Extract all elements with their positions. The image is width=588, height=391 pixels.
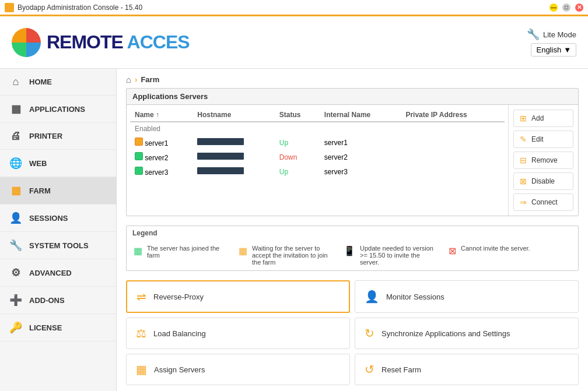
load-balancing-label: Load Balancing [153, 329, 206, 338]
server3-status: Up [275, 164, 320, 179]
synchronize-tile[interactable]: ↻ Synchronize Applications and Settings [355, 318, 579, 349]
disable-button[interactable]: ⊠ Disable [513, 172, 573, 190]
col-name: Name ↑ [130, 108, 192, 122]
sidebar-icon-applications: ▦ [9, 103, 22, 115]
sidebar-label-system-tools: SYSTEM TOOLS [29, 241, 89, 250]
app-icon [5, 3, 14, 12]
close-button[interactable]: ✕ [575, 3, 583, 12]
load-balancing-tile[interactable]: ⚖ Load Balancing [126, 318, 350, 349]
server3-status-icon [135, 167, 143, 175]
disable-label: Disable [531, 177, 555, 185]
sidebar: ⌂HOME▦APPLICATIONS🖨PRINTER🌐WEB▦FARM👤SESS… [0, 69, 117, 391]
sidebar-item-web[interactable]: 🌐WEB [0, 150, 116, 177]
server2-status-icon [135, 152, 143, 160]
logo: REMOTE ACCES [12, 28, 190, 57]
server-table: Name ↑ Hostname Status Internal Name Pri… [130, 108, 505, 179]
col-status: Status [275, 108, 320, 122]
sidebar-item-license[interactable]: 🔑LICENSE [0, 314, 116, 341]
sidebar-item-farm[interactable]: ▦FARM [0, 177, 116, 205]
assign-servers-icon: ▦ [136, 362, 147, 376]
server3-internal: server3 [320, 164, 401, 179]
breadcrumb-separator: › [135, 75, 137, 84]
legend-update-text: Update needed to version >= 15.50 to inv… [360, 245, 437, 266]
sidebar-item-advanced[interactable]: ⚙ADVANCED [0, 259, 116, 287]
add-icon: ⊞ [520, 114, 527, 123]
window-controls[interactable]: — □ ✕ [550, 3, 583, 12]
chevron-down-icon: ▼ [564, 45, 571, 54]
language-value: English [536, 45, 561, 54]
enabled-label: Enabled [130, 122, 505, 135]
sidebar-item-system-tools[interactable]: 🔧SYSTEM TOOLS [0, 232, 116, 259]
lite-mode-label: Lite Mode [543, 30, 576, 39]
sidebar-label-farm: FARM [29, 186, 51, 195]
lite-mode-button[interactable]: 🔧 Lite Mode [527, 28, 576, 41]
connect-label: Connect [531, 198, 558, 206]
server1-status: Up [275, 135, 320, 150]
add-button[interactable]: ⊞ Add [513, 110, 573, 127]
reverse-proxy-tile[interactable]: ⇌ Reverse-Proxy [126, 280, 350, 313]
farm-content: Applications Servers Name ↑ Hostname Sta… [117, 88, 588, 391]
sidebar-icon-add-ons: ➕ [9, 294, 22, 307]
remove-button[interactable]: ⊟ Remove [513, 152, 573, 169]
legend-waiting-icon: ▦ [239, 245, 247, 256]
sidebar-item-sessions[interactable]: 👤SESSIONS [0, 205, 116, 232]
sidebar-label-printer: PRINTER [29, 132, 62, 140]
sidebar-icon-sessions: 👤 [9, 212, 22, 224]
col-hostname: Hostname [192, 108, 274, 122]
sidebar-label-add-ons: ADD-ONS [29, 296, 65, 305]
add-label: Add [531, 114, 544, 122]
server2-ip [401, 150, 505, 164]
monitor-sessions-label: Monitor Sessions [386, 293, 444, 301]
logo-acces: ACCES [123, 31, 190, 52]
server1-internal: server1 [320, 135, 401, 150]
connect-button[interactable]: ⇒ Connect [513, 193, 573, 211]
server3-hostname [192, 164, 274, 179]
title-bar: Byodapp Administration Console - 15.40 —… [0, 0, 588, 16]
applications-servers-panel: Applications Servers Name ↑ Hostname Sta… [126, 88, 579, 216]
assign-servers-tile[interactable]: ▦ Assign Servers [126, 354, 350, 385]
sidebar-label-license: LICENSE [29, 323, 62, 332]
reset-farm-tile[interactable]: ↺ Reset Farm [355, 354, 579, 385]
server3-name: server3 [130, 164, 192, 179]
server3-ip [401, 164, 505, 179]
table-row[interactable]: server3 Up server3 [130, 164, 505, 179]
home-breadcrumb-icon[interactable]: ⌂ [126, 75, 131, 84]
language-selector[interactable]: English ▼ [531, 43, 576, 57]
monitor-sessions-tile[interactable]: 👤 Monitor Sessions [355, 280, 579, 313]
server2-internal: server2 [320, 150, 401, 164]
title-bar-left: Byodapp Administration Console - 15.40 [5, 3, 142, 12]
sidebar-icon-license: 🔑 [9, 321, 22, 334]
sidebar-icon-farm: ▦ [9, 184, 22, 197]
wrench-icon: 🔧 [527, 28, 540, 41]
header-right: 🔧 Lite Mode English ▼ [527, 28, 576, 57]
connect-icon: ⇒ [520, 198, 527, 207]
shortcuts-grid: ⇌ Reverse-Proxy 👤 Monitor Sessions ⚖ Loa… [126, 280, 579, 390]
sidebar-item-printer[interactable]: 🖨PRINTER [0, 123, 116, 150]
legend-update: 📱 Update needed to version >= 15.50 to i… [344, 245, 437, 266]
breadcrumb: ⌂ › Farm [117, 69, 588, 88]
maximize-button[interactable]: □ [562, 3, 570, 12]
sidebar-icon-web: 🌐 [9, 157, 22, 170]
table-row[interactable]: server2 Down server2 [130, 150, 505, 164]
sidebar-item-applications[interactable]: ▦APPLICATIONS [0, 96, 116, 123]
server1-hostname [192, 135, 274, 150]
sidebar-item-add-ons[interactable]: ➕ADD-ONS [0, 287, 116, 314]
table-row[interactable]: server1 Up server1 [130, 135, 505, 150]
reverse-proxy-label: Reverse-Proxy [153, 293, 204, 301]
server2-name: server2 [130, 150, 192, 164]
synchronize-label: Synchronize Applications and Settings [382, 329, 510, 338]
reset-farm-icon: ↺ [365, 362, 374, 376]
sidebar-item-home[interactable]: ⌂HOME [0, 69, 116, 96]
edit-button[interactable]: ✎ Edit [513, 131, 573, 148]
sidebar-icon-printer: 🖨 [9, 130, 22, 142]
legend-waiting-text: Waiting for the server to accept the inv… [252, 245, 332, 266]
legend-joined-text: The server has joined the farm [147, 245, 227, 259]
content-area: ⌂ › Farm Applications Servers Name ↑ Hos… [117, 69, 588, 391]
sidebar-label-advanced: ADVANCED [29, 269, 72, 277]
sidebar-icon-system-tools: 🔧 [9, 239, 22, 252]
header: REMOTE ACCES 🔧 Lite Mode English ▼ [0, 16, 588, 69]
sidebar-icon-home: ⌂ [9, 76, 22, 88]
minimize-button[interactable]: — [550, 3, 558, 12]
sidebar-label-web: WEB [29, 159, 47, 168]
server-table-area: Name ↑ Hostname Status Internal Name Pri… [127, 105, 508, 216]
